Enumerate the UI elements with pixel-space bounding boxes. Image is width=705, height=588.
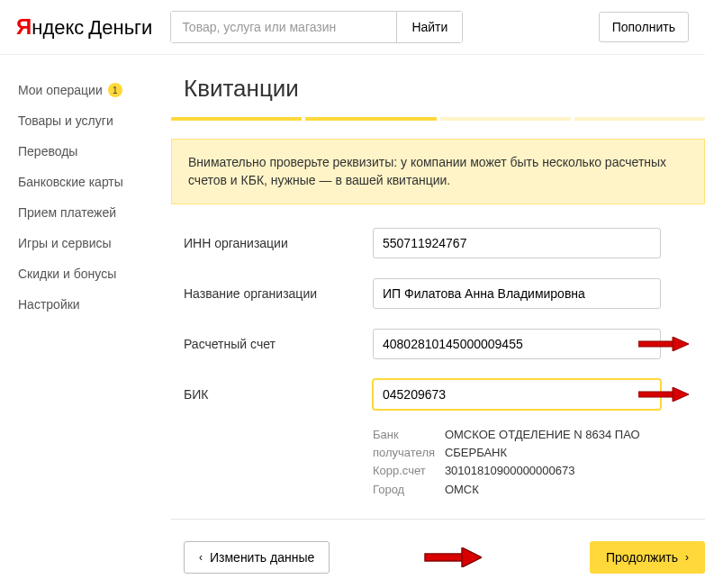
sidebar-item-discounts[interactable]: Скидки и бонусы bbox=[18, 258, 162, 289]
separator bbox=[171, 519, 705, 520]
bank-value-name: ОМСКОЕ ОТДЕЛЕНИЕ N 8634 ПАО СБЕРБАНК bbox=[445, 426, 705, 462]
inn-input[interactable] bbox=[373, 228, 661, 258]
sidebar-item-label: Мои операции bbox=[18, 83, 103, 97]
progress-step-1 bbox=[171, 117, 302, 121]
bik-input[interactable] bbox=[373, 379, 661, 410]
progress-bar bbox=[171, 117, 705, 121]
topup-button[interactable]: Пополнить bbox=[599, 12, 689, 42]
progress-step-2 bbox=[305, 117, 436, 121]
field-label-bik: БИК bbox=[184, 387, 373, 402]
header: Яндекс Деньги Найти Пополнить bbox=[0, 0, 705, 55]
back-button[interactable]: ‹ Изменить данные bbox=[184, 541, 330, 574]
notice-banner: Внимательно проверьте реквизиты: у компа… bbox=[171, 139, 705, 204]
svg-marker-1 bbox=[673, 337, 689, 351]
page-title: Квитанции bbox=[171, 75, 705, 103]
bank-value-corr: 30101810900000000673 bbox=[445, 462, 705, 480]
arrow-annotation-icon bbox=[424, 547, 482, 567]
sidebar-item-label: Игры и сервисы bbox=[18, 236, 112, 250]
continue-button-label: Продолжить bbox=[606, 550, 678, 565]
sidebar-item-label: Настройки bbox=[18, 297, 80, 312]
sidebar-item-goods[interactable]: Товары и услуги bbox=[18, 105, 162, 136]
bank-label-corr: Корр.счет bbox=[373, 462, 445, 480]
logo[interactable]: Яндекс Деньги bbox=[16, 14, 152, 40]
main-content: Квитанции Внимательно проверьте реквизит… bbox=[162, 55, 705, 588]
field-account: Расчетный счет bbox=[184, 329, 705, 359]
progress-step-3 bbox=[440, 117, 571, 121]
progress-step-4 bbox=[574, 117, 705, 121]
sidebar-item-games[interactable]: Игры и сервисы bbox=[18, 228, 162, 258]
bank-label-name: Банк получателя bbox=[373, 426, 445, 462]
actions-row: ‹ Изменить данные Продолжить › bbox=[171, 541, 705, 574]
sidebar-item-settings[interactable]: Настройки bbox=[18, 289, 162, 320]
back-button-label: Изменить данные bbox=[210, 550, 314, 565]
svg-rect-2 bbox=[638, 392, 674, 397]
sidebar: Мои операции 1 Товары и услуги Переводы … bbox=[0, 55, 162, 588]
sidebar-item-cards[interactable]: Банковские карты bbox=[18, 167, 162, 197]
search-input[interactable] bbox=[171, 12, 396, 42]
field-inn: ИНН организации bbox=[184, 228, 705, 258]
badge-count: 1 bbox=[108, 83, 122, 97]
bank-label-city: Город bbox=[373, 481, 445, 499]
form: ИНН организации Название организации Рас… bbox=[171, 228, 705, 410]
continue-button[interactable]: Продолжить › bbox=[590, 541, 705, 574]
sidebar-item-transfers[interactable]: Переводы bbox=[18, 136, 162, 167]
sidebar-item-label: Скидки и бонусы bbox=[18, 267, 116, 281]
field-label-account: Расчетный счет bbox=[184, 337, 373, 351]
search-group: Найти bbox=[170, 11, 463, 43]
svg-marker-3 bbox=[673, 387, 689, 402]
account-input[interactable] bbox=[373, 329, 661, 359]
bank-info: Банк получателя Корр.счет Город ОМСКОЕ О… bbox=[171, 426, 705, 499]
search-button[interactable]: Найти bbox=[396, 12, 462, 42]
field-label-org: Название организации bbox=[184, 286, 373, 301]
bank-value-city: ОМСК bbox=[445, 481, 705, 499]
svg-marker-5 bbox=[462, 547, 482, 567]
field-bik: БИК bbox=[184, 379, 705, 410]
sidebar-item-label: Переводы bbox=[18, 144, 77, 158]
chevron-right-icon: › bbox=[685, 551, 689, 564]
logo-ya-icon: Я bbox=[16, 14, 32, 40]
field-label-inn: ИНН организации bbox=[184, 236, 373, 250]
svg-rect-0 bbox=[638, 341, 674, 347]
logo-text: ндекс bbox=[32, 16, 84, 40]
sidebar-item-label: Прием платежей bbox=[18, 205, 116, 220]
sidebar-item-payments[interactable]: Прием платежей bbox=[18, 197, 162, 228]
logo-money: Деньги bbox=[88, 16, 152, 40]
arrow-annotation-icon bbox=[638, 387, 689, 402]
svg-rect-4 bbox=[425, 554, 465, 561]
org-name-input[interactable] bbox=[373, 278, 661, 309]
sidebar-item-operations[interactable]: Мои операции 1 bbox=[18, 75, 162, 105]
field-org-name: Название организации bbox=[184, 278, 705, 309]
arrow-annotation-icon bbox=[638, 337, 689, 351]
sidebar-item-label: Товары и услуги bbox=[18, 113, 113, 128]
chevron-left-icon: ‹ bbox=[199, 551, 203, 564]
sidebar-item-label: Банковские карты bbox=[18, 175, 123, 189]
